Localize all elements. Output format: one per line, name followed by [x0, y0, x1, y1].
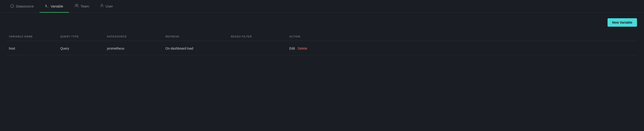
toolbar: New Variable — [7, 18, 637, 27]
tab-team-label: Team — [80, 4, 89, 8]
nav-tabs: Datasource $_ Variable Team — [0, 0, 644, 13]
cell-query-type: Query — [58, 46, 105, 51]
user-icon — [100, 4, 104, 9]
cell-refresh: On dashboard load — [164, 46, 229, 51]
cell-variable-name: host — [7, 46, 58, 51]
variable-icon: $_ — [45, 4, 49, 9]
tab-datasource-label: Datasource — [16, 4, 34, 8]
cell-datasource: prometheus — [105, 46, 164, 51]
cell-action: Edit Delete — [288, 46, 637, 51]
main-content: New Variable VARIABLE NAME QUERY TYPE DA… — [0, 13, 644, 61]
delete-button[interactable]: Delete — [298, 47, 307, 50]
svg-point-3 — [77, 4, 78, 6]
col-action: ACTION — [288, 34, 637, 39]
tab-variable-label: Variable — [51, 4, 63, 8]
svg-point-4 — [101, 4, 103, 6]
tab-variable[interactable]: $_ Variable — [40, 0, 69, 13]
cell-regex-filter — [229, 48, 288, 49]
variables-table: VARIABLE NAME QUERY TYPE DATASOURCE REFR… — [7, 32, 637, 55]
col-variable-name: VARIABLE NAME — [7, 34, 58, 39]
col-refresh: REFRESH — [164, 34, 229, 39]
datasource-icon — [10, 4, 14, 8]
col-regex-filter: REGEX FILTER — [229, 34, 288, 39]
col-datasource: DATASOURCE — [105, 34, 164, 39]
tab-user[interactable]: User — [95, 0, 118, 13]
svg-marker-0 — [11, 5, 14, 8]
team-icon — [74, 4, 79, 9]
table-row: host Query prometheus On dashboard load … — [7, 42, 637, 55]
tab-datasource[interactable]: Datasource — [5, 0, 40, 13]
col-query-type: QUERY TYPE — [58, 34, 105, 39]
svg-text:$_: $_ — [45, 4, 49, 8]
svg-point-2 — [75, 4, 77, 6]
tab-user-label: User — [106, 4, 113, 8]
tab-team[interactable]: Team — [69, 0, 95, 13]
new-variable-button[interactable]: New Variable — [608, 18, 637, 27]
edit-button[interactable]: Edit — [289, 47, 295, 50]
table-header: VARIABLE NAME QUERY TYPE DATASOURCE REFR… — [7, 32, 637, 41]
